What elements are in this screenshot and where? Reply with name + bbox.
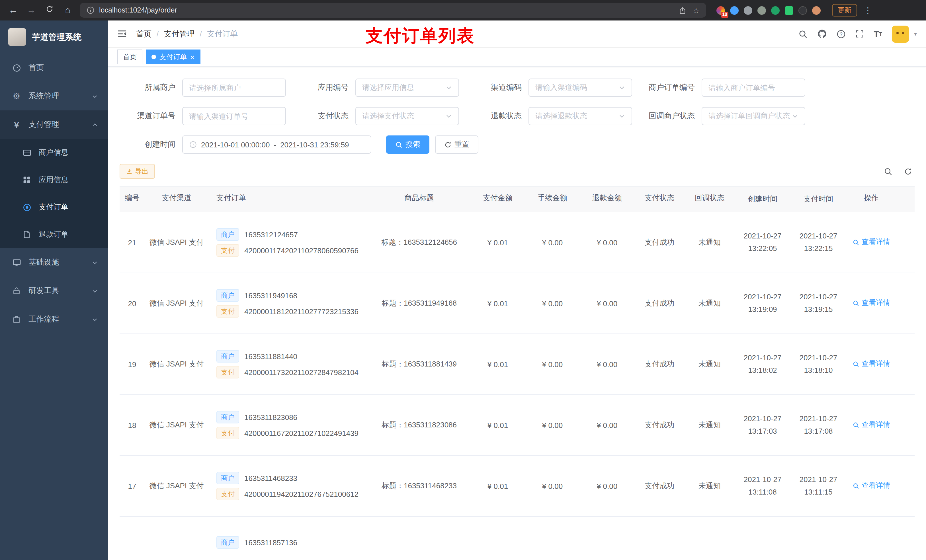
view-detail-link[interactable]: 查看详情 (853, 359, 890, 369)
browser-update-button[interactable]: 更新 (832, 4, 857, 17)
sidebar-item-label: 商户信息 (39, 147, 68, 158)
extension-icon[interactable] (799, 6, 807, 15)
browser-home-button[interactable]: ⌂ (62, 5, 74, 15)
browser-forward-button[interactable]: → (25, 5, 38, 15)
site-info-icon[interactable] (86, 6, 95, 14)
view-detail-link[interactable]: 查看详情 (853, 299, 890, 308)
view-detail-link[interactable]: 查看详情 (853, 238, 890, 247)
chevron-down-icon (619, 113, 625, 119)
extension-icon[interactable] (771, 6, 780, 15)
sidebar-item-infrastructure[interactable]: 基础设施 (0, 248, 108, 276)
sidebar-item-label: 退款订单 (39, 229, 68, 240)
pay-clock: 13:22:15 (793, 242, 844, 255)
view-detail-link[interactable]: 查看详情 (853, 481, 890, 491)
fee-amount: ¥ 0.00 (525, 480, 580, 492)
address-bar[interactable]: localhost:1024/pay/order ☆ (80, 3, 706, 18)
sidebar-item-home[interactable]: 首页 (0, 53, 108, 82)
sidebar-item-dev-tools[interactable]: 研发工具 (0, 276, 108, 305)
pay-clock: 13:17:08 (793, 425, 844, 438)
notify-status: 未通知 (684, 296, 735, 311)
browser-reload-button[interactable] (43, 5, 56, 15)
browser-back-button[interactable]: ← (7, 5, 20, 15)
active-dot (151, 54, 156, 59)
create-date: 2021-10-27 (737, 352, 788, 364)
toggle-search-icon[interactable] (884, 167, 893, 175)
pay-amount: ¥ 0.01 (471, 297, 525, 310)
filter-merchant-order-no: 商户订单编号 (639, 78, 805, 97)
sidebar-item-workflow[interactable]: 工作流程 (0, 305, 108, 334)
col-header-actions: 操作 (846, 187, 896, 212)
pay-order-cell: 商户1635311881440 支付4200001173202110272847… (209, 344, 368, 384)
view-detail-link[interactable]: 查看详情 (853, 420, 890, 430)
extension-icon[interactable]: 10 (716, 6, 725, 15)
tab-home[interactable]: 首页 (117, 50, 142, 64)
search-icon[interactable] (799, 29, 808, 38)
extension-icon[interactable] (744, 6, 752, 15)
chevron-down-icon (445, 113, 452, 119)
breadcrumb-separator: / (157, 30, 159, 38)
extension-badge: 10 (721, 12, 728, 17)
goods-title: 标题：1635311881439 (368, 357, 471, 371)
col-header-amount: 支付金额 (471, 187, 525, 212)
chevron-down-icon (445, 84, 452, 91)
search-button[interactable]: 搜索 (386, 136, 430, 154)
share-icon[interactable] (679, 6, 686, 14)
fee-amount: ¥ 0.00 (525, 297, 580, 310)
create-time-range-picker[interactable]: 2021-10-01 00:00:00 - 2021-10-31 23:59:5… (182, 136, 371, 154)
merchant-order-no-input[interactable] (702, 78, 805, 97)
sidebar-item-system[interactable]: ⚙ 系统管理 (0, 82, 108, 110)
payment-submenu: 商户信息 应用信息 支付订单 (0, 139, 108, 248)
fee-amount: ¥ 0.00 (525, 358, 580, 371)
sidebar-item-app-info[interactable]: 应用信息 (0, 166, 108, 193)
caret-down-icon[interactable]: ▾ (914, 31, 917, 37)
reset-button[interactable]: 重置 (435, 136, 478, 154)
export-button-label: 导出 (135, 166, 149, 176)
font-size-icon[interactable]: TT (874, 29, 882, 39)
extension-icon[interactable] (757, 6, 766, 15)
target-icon (21, 203, 33, 211)
breadcrumb-payment[interactable]: 支付管理 (164, 29, 195, 39)
app-id-select[interactable]: 请选择应用信息 (356, 78, 459, 97)
export-button[interactable]: 导出 (120, 164, 155, 179)
browser-chrome: ← → ⌂ localhost:1024/pay/order ☆ 10 (0, 0, 926, 21)
sidebar-fold-icon[interactable] (117, 30, 127, 38)
channel-code-select[interactable]: 请输入渠道编码 (528, 78, 632, 97)
merchant-input[interactable] (182, 78, 286, 97)
pay-tag: 支付 (216, 244, 239, 257)
pay-status: 支付成功 (634, 296, 684, 311)
user-avatar[interactable] (892, 25, 909, 42)
filter-label: 创建时间 (120, 139, 182, 150)
github-icon[interactable] (817, 29, 827, 39)
extension-icon[interactable] (785, 6, 793, 15)
sidebar-item-refund-order[interactable]: 退款订单 (0, 221, 108, 248)
extension-icon[interactable] (730, 6, 738, 15)
breadcrumb-separator: / (200, 30, 202, 38)
refund-amount: ¥ 0.00 (580, 418, 634, 432)
refresh-icon[interactable] (904, 167, 912, 175)
close-icon[interactable]: × (190, 53, 195, 60)
sidebar-item-merchant-info[interactable]: 商户信息 (0, 139, 108, 166)
select-placeholder: 请选择应用信息 (362, 83, 445, 93)
create-time: 2021-10-2713:17:03 (735, 410, 790, 440)
notify-status-select[interactable]: 请选择订单回调商户状态 (702, 107, 805, 125)
pay-time: 2021-10-2713:11:15 (790, 471, 846, 501)
tab-pay-order[interactable]: 支付订单 × (146, 50, 200, 64)
sidebar-item-label: 研发工具 (29, 286, 59, 296)
monitor-icon (10, 258, 23, 267)
pay-status-select[interactable]: 请选择支付状态 (356, 107, 459, 125)
help-icon[interactable]: ? (837, 29, 846, 38)
pay-status: 支付成功 (634, 478, 684, 494)
sidebar-item-pay-order[interactable]: 支付订单 (0, 193, 108, 221)
order-id: 19 (120, 358, 145, 371)
fullscreen-icon[interactable] (856, 30, 864, 38)
channel-order-no-input[interactable] (182, 107, 286, 125)
refund-status-select[interactable]: 请选择退款状态 (528, 107, 632, 125)
breadcrumb-home[interactable]: 首页 (136, 29, 151, 39)
extension-icon[interactable] (812, 6, 821, 15)
app-logo[interactable]: 芋道管理系统 (0, 21, 108, 53)
sidebar-menu: 首页 ⚙ 系统管理 ¥ 支付管理 (0, 53, 108, 334)
browser-menu-icon[interactable]: ⋮ (864, 6, 872, 15)
bookmark-star-icon[interactable]: ☆ (693, 6, 699, 15)
merchant-order-no: 1635311881440 (244, 352, 297, 361)
sidebar-item-payment[interactable]: ¥ 支付管理 (0, 110, 108, 139)
